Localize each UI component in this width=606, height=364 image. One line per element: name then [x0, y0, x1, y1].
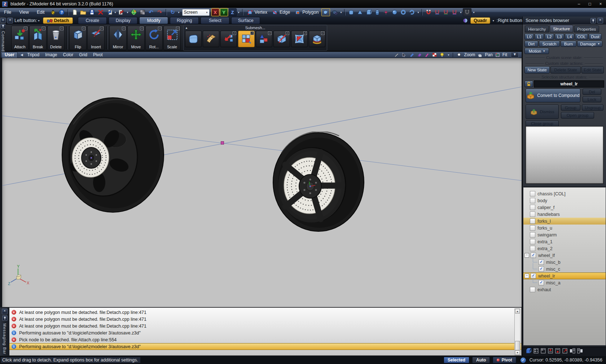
help-icon[interactable]: ? [58, 9, 66, 16]
axis-y-button[interactable]: Y [220, 8, 228, 16]
select-dropdown-icon[interactable]: ▾ [339, 11, 343, 14]
magnet-dropdown-icon[interactable]: ▾ [459, 11, 462, 14]
collapse-group-icon[interactable]: ▲ [185, 26, 188, 30]
move-button[interactable]: ↗Move [127, 26, 145, 50]
node-checkbox[interactable] [530, 218, 535, 224]
node-row-body[interactable]: body [523, 197, 606, 204]
close-button[interactable]: × [595, 1, 606, 7]
primitive-dropdown-icon[interactable]: ▾ [416, 11, 420, 14]
node-row-caliper-f[interactable]: caliper_f [523, 204, 606, 211]
edge-mode-button[interactable]: Edge [270, 9, 293, 16]
viewport-menu-image[interactable]: Image [45, 52, 57, 57]
magnet-normal-icon[interactable] [451, 9, 458, 16]
primitive-sphere-icon[interactable] [391, 9, 399, 16]
select-quads-icon[interactable] [321, 8, 330, 16]
layer-dust-button[interactable]: Dust [589, 34, 602, 40]
save-icon[interactable] [88, 9, 96, 16]
node-row-handlebars[interactable]: handlebars [523, 211, 606, 218]
layer-l0-button[interactable]: L0 [524, 34, 534, 40]
magnet-disabled-icon[interactable] [463, 8, 471, 16]
damage-button[interactable]: Damage▾ [577, 41, 602, 47]
node-checkbox[interactable]: ✓ [539, 280, 544, 285]
delete-icon[interactable] [97, 9, 105, 16]
add-column-left-icon[interactable] [570, 348, 575, 355]
material-icon[interactable] [417, 53, 422, 57]
view-prev-icon[interactable]: ◀ [21, 53, 23, 57]
node-row-extra-1[interactable]: extra_1 [523, 238, 606, 245]
left-button-dropdown-icon[interactable]: ▾ [37, 19, 41, 22]
tab-select[interactable]: Select [201, 17, 229, 24]
node-checkbox[interactable] [530, 246, 535, 251]
texture-check-icon[interactable] [432, 53, 437, 57]
submesh-brush-button[interactable] [203, 31, 219, 47]
web-icon[interactable] [130, 9, 138, 16]
log-message[interactable]: iPerforming autosave to "d:\logiciel\zmo… [9, 329, 521, 336]
layer-l2-button[interactable]: L2 [545, 34, 554, 40]
primitive-spiral-icon[interactable] [408, 9, 416, 16]
rotate-button[interactable]: ↗Rot... [145, 26, 163, 50]
debug-icon[interactable] [49, 9, 57, 16]
open-group-button[interactable]: Open group [561, 112, 594, 119]
layer-l1-button[interactable]: L1 [535, 34, 544, 40]
del-button[interactable]: Del [583, 89, 601, 95]
add-column-right-icon[interactable] [577, 348, 583, 355]
lock-selection-button[interactable] [524, 81, 533, 87]
magnet-disabled-dropdown-icon[interactable]: ▾ [472, 11, 475, 14]
panel-pin-icon[interactable] [590, 18, 596, 23]
primitive-rounded-cube-icon[interactable] [347, 9, 355, 16]
submesh-detach-button[interactable]: ↗ [220, 31, 237, 47]
open-file-icon[interactable] [79, 9, 87, 16]
select-arrow-icon[interactable] [401, 53, 407, 57]
list-empty-icon[interactable] [541, 348, 546, 355]
export-icon[interactable] [118, 9, 126, 16]
viewport-menu-pivot[interactable]: Pivot [93, 52, 103, 57]
paint-icon[interactable] [409, 53, 414, 57]
node-row-swingarm[interactable]: swingarm [523, 231, 606, 238]
light-icon[interactable] [439, 53, 445, 57]
primitive-joint-icon[interactable] [382, 9, 390, 16]
delete-state-button[interactable]: Delete State [550, 66, 581, 74]
submesh-select-button[interactable]: ↗ [238, 31, 255, 47]
status-check-icon[interactable]: ✓ [521, 358, 526, 363]
collapse-node-icon[interactable]: − [524, 274, 529, 278]
node-checkbox[interactable] [530, 198, 535, 203]
panel-close-icon[interactable]: × [597, 18, 603, 23]
scene-cube-icon[interactable] [526, 348, 532, 355]
pivot-mode-button[interactable]: Pivot [493, 357, 516, 363]
command-close-icon[interactable]: × [0, 18, 6, 23]
tab-modify[interactable]: Modify [139, 17, 168, 24]
node-checkbox[interactable]: ✓ [539, 266, 544, 272]
scratch-button[interactable]: Scratch [539, 41, 560, 47]
viewport-menu-grid[interactable]: Grid [79, 52, 87, 57]
scroll-thumb[interactable] [515, 341, 520, 350]
submesh-cut-button[interactable]: ↗ [273, 31, 290, 47]
magnet-plane-icon[interactable] [442, 9, 450, 16]
layer-col-button[interactable]: COL [575, 34, 588, 40]
viewport-tools-dropdown-icon[interactable]: ▾ [447, 53, 451, 57]
scale-button[interactable]: ↗Scale [163, 26, 181, 50]
refresh-icon[interactable]: ↻ [169, 9, 177, 16]
axis-z-button[interactable]: Z [229, 8, 237, 16]
log-message[interactable]: ×At least one polygon must be detached. … [9, 323, 521, 329]
front-wheel-model[interactable] [271, 132, 368, 240]
new-file-icon[interactable] [71, 9, 79, 16]
insert-item-icon[interactable] [548, 348, 553, 355]
convert-to-compound-button[interactable]: Convert to Compound [526, 89, 580, 102]
break-button[interactable]: ↗Break [29, 26, 47, 50]
layer-l3-button[interactable]: L3 [555, 34, 564, 40]
submesh-triangulate-button[interactable]: ↗ [291, 31, 308, 47]
log-message[interactable]: ×Pick node to be attached. file:Attach.c… [9, 336, 521, 343]
burn-button[interactable]: Burn [561, 41, 576, 47]
node-checkbox[interactable] [530, 212, 535, 217]
texture-icon[interactable] [139, 9, 146, 16]
draw-icon[interactable] [394, 53, 399, 57]
undo-icon[interactable]: ↶ [147, 9, 155, 16]
log-message[interactable]: ×At least one polygon must be detached. … [9, 309, 521, 316]
viewport-menu-color[interactable]: Color [63, 52, 74, 57]
node-row-exhaut[interactable]: exhaut [523, 286, 606, 293]
quadr-dropdown-icon[interactable]: ▾ [492, 19, 495, 22]
pan-button[interactable]: Pan [485, 52, 492, 57]
node-checkbox[interactable] [530, 225, 535, 231]
menu-view[interactable]: View [15, 8, 33, 17]
node-checkbox[interactable] [530, 205, 535, 210]
